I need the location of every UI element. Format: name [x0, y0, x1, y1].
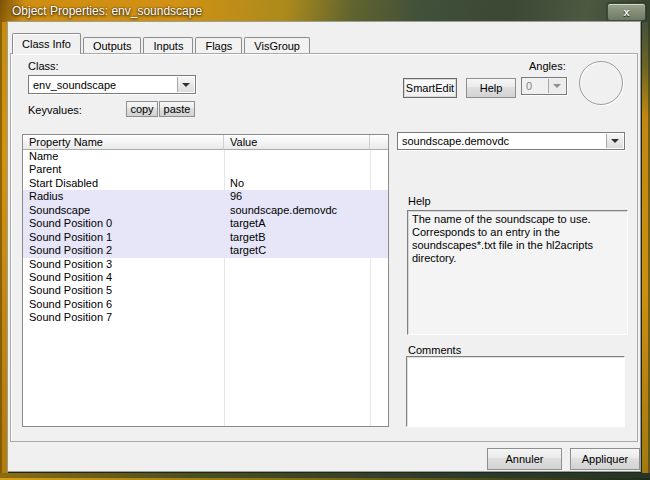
property-name-cell: Sound Position 2	[23, 244, 224, 257]
property-name-cell: Sound Position 6	[23, 298, 224, 311]
tab-bar: Class InfoOutputsInputsFlagsVisGroup	[12, 32, 312, 54]
smartedit-button[interactable]: SmartEdit	[403, 78, 457, 98]
table-row[interactable]: Sound Position 0targetA	[23, 217, 388, 230]
property-name-cell: Parent	[23, 163, 224, 176]
apply-button[interactable]: Appliquer	[570, 448, 640, 470]
property-name-cell: Sound Position 7	[23, 311, 224, 324]
table-row[interactable]: Parent	[23, 163, 388, 176]
property-name-cell: Start Disabled	[23, 177, 224, 190]
property-table-body: NameParentStart DisabledNoRadius96Sounds…	[23, 150, 388, 426]
property-name-cell: Radius	[23, 190, 224, 203]
property-value-cell: targetC	[224, 244, 388, 257]
copy-button[interactable]: copy	[126, 101, 158, 117]
window-title: Object Properties: env_soundscape	[12, 0, 202, 22]
close-button[interactable]: x	[607, 3, 646, 21]
property-name-cell: Name	[23, 150, 224, 163]
column-header-property-name[interactable]: Property Name	[23, 135, 224, 150]
property-value-cell	[224, 271, 388, 284]
table-row[interactable]: Sound Position 7	[23, 311, 388, 324]
comments-input[interactable]	[406, 356, 625, 427]
property-value-cell: No	[224, 177, 388, 190]
window-border-bottom	[0, 473, 650, 480]
table-row[interactable]: Sound Position 3	[23, 258, 388, 271]
property-value-cell: soundscape.demovdc	[224, 204, 388, 217]
property-value-cell	[224, 163, 388, 176]
property-value-cell	[224, 150, 388, 163]
table-row[interactable]: Sound Position 6	[23, 298, 388, 311]
help-text: The name of the soundscape to use. Corre…	[412, 213, 593, 264]
object-properties-dialog: Object Properties: env_soundscape x Clas…	[0, 0, 650, 480]
property-table: Property Name Value NameParentStart Disa…	[22, 134, 389, 427]
chevron-down-icon[interactable]	[606, 134, 623, 148]
class-select-value: env_soundscape	[33, 79, 116, 91]
property-name-cell: Sound Position 3	[23, 258, 224, 271]
property-table-header: Property Name Value	[23, 135, 388, 150]
table-row[interactable]: Start DisabledNo	[23, 177, 388, 190]
property-value-cell: targetA	[224, 217, 388, 230]
property-value-cell	[224, 311, 388, 324]
property-name-cell: Sound Position 0	[23, 217, 224, 230]
table-row[interactable]: Soundscapesoundscape.demovdc	[23, 204, 388, 217]
class-select[interactable]: env_soundscape	[28, 75, 196, 94]
tab-inputs[interactable]: Inputs	[143, 37, 193, 54]
help-button[interactable]: Help	[466, 78, 516, 98]
tab-flags[interactable]: Flags	[195, 37, 242, 54]
property-name-cell: Sound Position 4	[23, 271, 224, 284]
property-name-cell: Sound Position 1	[23, 231, 224, 244]
title-bar[interactable]: Object Properties: env_soundscape x	[0, 0, 650, 22]
help-text-box: The name of the soundscape to use. Corre…	[407, 210, 628, 335]
class-info-panel: Class: env_soundscape Keyvalues: copy pa…	[10, 53, 638, 442]
property-value-cell: 96	[224, 190, 388, 203]
table-row[interactable]: Radius96	[23, 190, 388, 203]
angles-select-value: 0	[526, 80, 532, 92]
angles-select: 0	[521, 77, 567, 95]
property-value-cell	[224, 298, 388, 311]
table-row[interactable]: Sound Position 2targetC	[23, 244, 388, 257]
close-icon: x	[623, 6, 629, 18]
table-row[interactable]: Sound Position 5	[23, 284, 388, 297]
property-value-cell	[224, 258, 388, 271]
table-row[interactable]: Sound Position 4	[23, 271, 388, 284]
chevron-down-icon	[548, 79, 565, 93]
help-section-label: Help	[408, 195, 431, 207]
property-value-cell: targetB	[224, 231, 388, 244]
property-name-cell: Soundscape	[23, 204, 224, 217]
chevron-down-icon[interactable]	[177, 77, 194, 92]
keyvalues-label: Keyvalues:	[28, 104, 82, 116]
paste-button[interactable]: paste	[159, 101, 195, 117]
table-row[interactable]: Name	[23, 150, 388, 163]
angles-label: Angles:	[529, 60, 566, 72]
soundscape-select[interactable]: soundscape.demovdc	[397, 132, 625, 150]
column-header-value[interactable]: Value	[224, 135, 370, 150]
window-border-right	[642, 22, 650, 473]
cancel-button[interactable]: Annuler	[487, 448, 562, 470]
column-header-extra	[370, 135, 388, 150]
angle-dial[interactable]	[579, 61, 623, 105]
comments-label: Comments	[408, 344, 461, 356]
tab-class-info[interactable]: Class Info	[12, 33, 81, 54]
tab-outputs[interactable]: Outputs	[83, 37, 142, 54]
soundscape-select-value: soundscape.demovdc	[402, 135, 509, 147]
property-name-cell: Sound Position 5	[23, 284, 224, 297]
table-row[interactable]: Sound Position 1targetB	[23, 231, 388, 244]
dialog-client-area: Class InfoOutputsInputsFlagsVisGroup Cla…	[7, 21, 641, 472]
tab-visgroup[interactable]: VisGroup	[244, 37, 310, 54]
class-label: Class:	[28, 60, 59, 72]
property-value-cell	[224, 284, 388, 297]
